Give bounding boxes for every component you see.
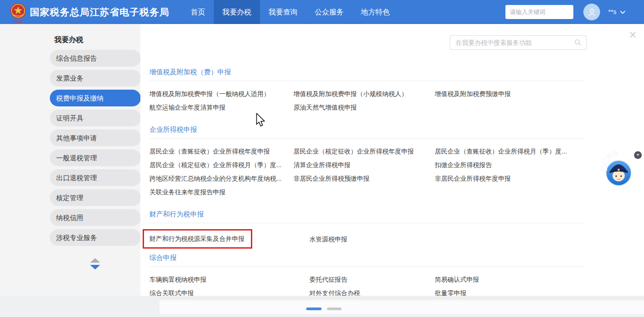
scroll-up-arrow-icon[interactable] [90,258,100,263]
sidebar-item[interactable]: 涉税专业服务 [50,229,141,246]
link-cell: 增值税及附加税费预缴申报 [435,87,584,101]
link-cell: 财产和行为税税源采集及合并申报 [149,229,309,249]
service-link[interactable]: 非居民企业所得税年度申报 [435,175,511,182]
mascot-widget[interactable]: 征纳互动 + [601,149,644,189]
link-cell: 水资源税申报 [309,232,435,246]
service-link[interactable]: 居民企业（查账征收）企业所得税月（季）度... [435,148,567,155]
service-link[interactable]: 航空运输企业年度清算申报 [149,104,226,111]
person-icon [587,7,597,17]
sidebar-item[interactable]: 综合信息报告 [50,50,141,67]
link-cell: 非居民企业所得税预缴申报 [293,172,435,185]
sidebar: 我要办税 综合信息报告发票业务税费申报及缴纳证明开具其他事项申请一般退税管理出口… [0,24,140,296]
main-nav: 首页我要办税我要查询公众服务地方特色 [182,0,399,24]
mascot-expand-button[interactable]: + [634,151,642,159]
service-link[interactable]: 增值税及附加税费申报（一般纳税人适用） [149,90,270,97]
section-title: 增值税及附加税（费）申报 [149,68,584,81]
service-link[interactable]: 水资源税申报 [309,235,347,243]
service-link[interactable]: 居民企业（查账征收）企业所得税年度申报 [149,148,270,155]
sections: 增值税及附加税（费）申报增值税及附加税费申报（一般纳税人适用）增值税及附加税费申… [149,24,584,300]
link-cell: 清算企业所得税申报 [293,158,435,172]
username: **s [608,0,616,24]
link-cell: 居民企业（查账征收）企业所得税年度申报 [149,144,293,158]
link-cell: 跨地区经营汇总纳税企业的分支机构年度纳税... [149,172,293,185]
scroll-down-arrow-icon[interactable] [90,265,100,269]
sidebar-title: 我要办税 [54,35,83,45]
link-cell: 居民企业（查账征收）企业所得税月（季）度... [435,144,584,158]
link-cell: 扣缴企业所得税报告 [435,158,584,172]
service-link[interactable]: 居民企业（核定征收）企业所得税年度申报 [293,148,414,155]
link-cell: 非居民企业所得税年度申报 [435,172,584,185]
section: 财产和行为税申报财产和行为税税源采集及合并申报水资源税申报 [149,210,584,249]
nav-item-我要办税[interactable]: 我要办税 [214,0,260,24]
page: 中国税务 国家税务总局江苏省电子税务局 首页我要办税我要查询公众服务地方特色 *… [0,0,644,317]
sidebar-item[interactable]: 核定管理 [50,189,141,206]
user-menu[interactable]: **s [608,0,625,24]
service-link[interactable]: 车辆购置税纳税申报 [149,276,207,283]
chevron-down-icon [620,10,625,14]
header-search-input[interactable] [505,9,591,15]
link-cell: 简易确认式申报 [435,273,584,286]
service-link[interactable]: 增值税及附加税费申报（小规模纳税人） [293,90,408,97]
close-icon[interactable]: × [629,29,636,41]
section: 增值税及附加税（费）申报增值税及附加税费申报（一般纳税人适用）增值税及附加税费申… [149,68,584,114]
service-link[interactable]: 原油天然气增值税申报 [293,104,357,111]
service-link[interactable]: 委托代征报告 [309,276,347,283]
sidebar-item[interactable]: 纳税信用 [50,209,141,226]
service-link[interactable]: 跨地区经营汇总纳税企业的分支机构年度纳税... [149,175,282,182]
sidebar-item[interactable]: 一般退税管理 [50,149,141,166]
logo-caption: 中国税务 [9,20,27,23]
link-cell: 车辆购置税纳税申报 [149,273,309,286]
service-link[interactable]: 增值税及附加税费预缴申报 [435,90,511,97]
service-link[interactable]: 扣缴企业所得税报告 [435,161,492,168]
nav-item-我要查询[interactable]: 我要查询 [260,0,306,24]
link-cell: 居民企业（核定征收）企业所得税年度申报 [293,144,435,158]
carousel-pagination [306,307,341,310]
sidebar-list: 综合信息报告发票业务税费申报及缴纳证明开具其他事项申请一般退税管理出口退税管理核… [50,50,141,249]
national-emblem-logo: 中国税务 [9,3,27,23]
service-link[interactable]: 居民企业（核定征收）企业所得税月（季）度... [149,161,282,168]
sidebar-item[interactable]: 税费申报及缴纳 [50,90,141,106]
nav-item-首页[interactable]: 首页 [182,0,214,24]
link-cell: 关联业务往来年度报告申报 [149,185,293,199]
sidebar-item[interactable]: 出口退税管理 [50,169,141,186]
link-cell: 航空运输企业年度清算申报 [149,101,293,114]
sidebar-item[interactable]: 发票业务 [50,70,141,86]
section: 企业所得税申报居民企业（查账征收）企业所得税年度申报居民企业（核定征收）企业所得… [149,125,584,199]
section-title: 财产和行为税申报 [149,210,584,223]
background-card [159,298,644,314]
service-link[interactable]: 简易确认式申报 [435,276,479,283]
link-cell: 居民企业（核定征收）企业所得税月（季）度... [149,158,293,172]
service-link[interactable]: 财产和行为税税源采集及合并申报 [143,229,252,249]
section-links: 居民企业（查账征收）企业所得税年度申报居民企业（核定征收）企业所得税年度申报居民… [149,144,584,199]
service-link[interactable]: 非居民企业所得税预缴申报 [293,175,370,182]
background-page [0,296,644,317]
link-cell: 增值税及附加税费申报（小规模纳税人） [293,87,435,101]
section: 综合申报车辆购置税纳税申报委托代征报告简易确认式申报综合关联式申报对外支付综合办… [149,254,584,300]
sidebar-item[interactable]: 其他事项申请 [50,130,141,146]
top-header: 中国税务 国家税务总局江苏省电子税务局 首页我要办税我要查询公众服务地方特色 *… [0,0,644,24]
section-links: 增值税及附加税费申报（一般纳税人适用）增值税及附加税费申报（小规模纳税人）增值税… [149,87,584,114]
section-links: 财产和行为税税源采集及合并申报水资源税申报 [149,229,584,249]
pagination-dot[interactable] [306,307,322,310]
site-title: 国家税务总局江苏省电子税务局 [30,0,169,24]
link-cell: 委托代征报告 [309,273,435,286]
nav-item-地方特色[interactable]: 地方特色 [352,0,399,24]
link-cell: 原油天然气增值税申报 [293,101,435,114]
sidebar-item[interactable]: 证明开具 [50,110,141,126]
pagination-dot[interactable] [327,307,341,310]
section-title: 企业所得税申报 [149,125,584,139]
emblem-icon [10,3,26,19]
service-link[interactable]: 关联业务往来年度报告申报 [149,188,226,196]
user-avatar[interactable] [583,4,600,20]
service-link[interactable]: 清算企业所得税申报 [293,161,351,168]
nav-item-公众服务[interactable]: 公众服务 [306,0,352,24]
tax-services-overlay: 我要办税 综合信息报告发票业务税费申报及缴纳证明开具其他事项申请一般退税管理出口… [0,24,644,296]
link-cell: 增值税及附加税费申报（一般纳税人适用） [149,87,293,101]
header-search [505,5,573,19]
services-panel: × 增值税及附加税（费）申报增值税及附加税费申报（一般纳税人适用）增值税及附加税… [140,24,644,296]
section-title: 综合申报 [149,254,584,267]
